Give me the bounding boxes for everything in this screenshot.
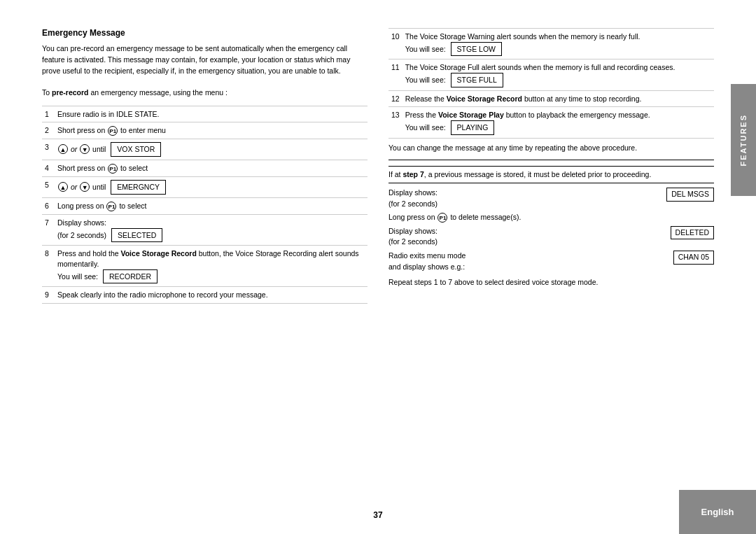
emergncy-display: EMERGNCY: [111, 180, 166, 195]
table-row: 3 ▲ or ▼ until VOX STOR: [42, 139, 368, 160]
change-message-note: You can change the message at any time b…: [388, 143, 714, 154]
table-row: 2 Short press on P1 to enter menu: [42, 122, 368, 139]
up-button: ▲: [58, 144, 68, 154]
p1-button: P1: [108, 164, 118, 174]
right-column: 10 The Voice Storage Warning alert sound…: [388, 28, 714, 304]
chan-row: Radio exits menu modeand display shows e…: [388, 251, 714, 273]
english-tab: English: [679, 490, 756, 534]
del-msgs-action: Long press on P1 to delete message(s).: [388, 212, 714, 223]
table-row: 7 Display shows:(for 2 seconds) SELECTED: [42, 214, 368, 245]
chan-display: CHAN 05: [673, 251, 714, 265]
table-row: 5 ▲ or ▼ until EMERGNCY: [42, 177, 368, 198]
table-row: 10 The Voice Storage Warning alert sound…: [388, 29, 714, 59]
left-column: Emergency Message You can pre-record an …: [42, 28, 368, 304]
english-label: English: [701, 507, 734, 517]
features-label: FEATURES: [739, 114, 748, 166]
down-button: ▼: [80, 144, 90, 154]
p1-button: P1: [108, 126, 118, 136]
down-button: ▼: [80, 182, 90, 192]
two-column-layout: Emergency Message You can pre-record an …: [42, 28, 714, 304]
stge-full-display: STGE FULL: [451, 73, 503, 87]
separator: [388, 160, 714, 160]
up-button: ▲: [58, 182, 68, 192]
left-steps-table: 1 Ensure radio is in IDLE STATE. 2 Short…: [42, 106, 368, 304]
deleted-display: DELETED: [671, 226, 714, 240]
recorder-display: RECORDER: [103, 269, 158, 284]
p1-button: P1: [106, 202, 116, 211]
table-row: 8 Press and hold the Voice Storage Recor…: [42, 246, 368, 287]
page-number: 37: [373, 510, 382, 520]
del-msgs-row: Display shows:(for 2 seconds) DEL MSGS: [388, 188, 714, 210]
table-row: 9 Speak clearly into the radio microphon…: [42, 287, 368, 304]
deleted-row: Display shows:(for 2 seconds) DELETED: [388, 226, 714, 248]
step-10-block: 10 The Voice Storage Warning alert sound…: [388, 28, 714, 139]
table-row: 13 Press the Voice Storage Play button t…: [388, 107, 714, 138]
table-row: 1 Ensure radio is in IDLE STATE.: [42, 106, 368, 122]
if-note: If at step 7, a previous message is stor…: [388, 166, 714, 184]
table-row: 11 The Voice Storage Full alert sounds w…: [388, 59, 714, 90]
p1-button: P1: [438, 213, 447, 223]
table-row: 6 Long press on P1 to select: [42, 197, 368, 214]
stge-low-display: STGE LOW: [451, 42, 502, 57]
page-container: FEATURES English 37 Emergency Message Yo…: [0, 0, 756, 534]
features-tab: FEATURES: [731, 84, 756, 196]
section-title: Emergency Message: [42, 28, 368, 38]
right-steps-table-top: 10 The Voice Storage Warning alert sound…: [388, 28, 714, 139]
content-area: Emergency Message You can pre-record an …: [42, 28, 714, 478]
intro-text: You can pre-record an emergency message …: [42, 43, 368, 99]
playing-display: PLAYING: [451, 120, 495, 135]
table-row: 4 Short press on P1 to select: [42, 160, 368, 177]
selected-display: SELECTED: [111, 228, 162, 243]
del-msgs-display: DEL MSGS: [666, 188, 714, 202]
vox-stor-display: VOX STOR: [111, 142, 161, 157]
table-row: 12 Release the Voice Storage Record butt…: [388, 90, 714, 107]
repeat-note: Repeat steps 1 to 7 above to select desi…: [388, 277, 714, 288]
